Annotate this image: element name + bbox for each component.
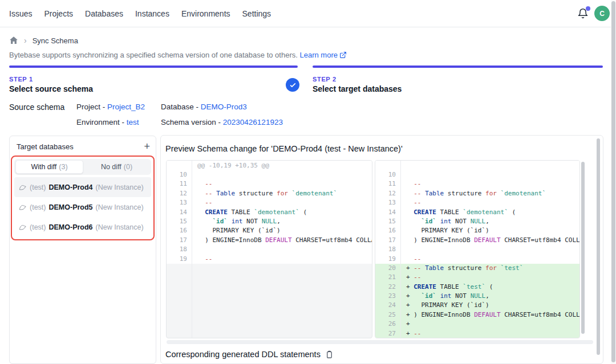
diff-line: 18	[375, 245, 579, 254]
line-number: 13	[375, 198, 400, 207]
source-environment-field: Environment - test	[76, 118, 139, 126]
project-link[interactable]: Project_B2	[107, 103, 145, 111]
line-number: 19	[167, 255, 192, 264]
nav-environments[interactable]: Environments	[181, 9, 230, 18]
target-databases-panel: Target databases + With diff (3) No diff…	[9, 136, 156, 364]
diff-line: 10	[375, 170, 579, 179]
line-number: 23	[375, 292, 400, 301]
line-number: 10	[167, 170, 192, 179]
diff-line: 18	[167, 245, 372, 254]
diff-line: 11 --	[167, 179, 372, 189]
line-number: 12	[375, 189, 400, 198]
tab-no-diff[interactable]: No diff (0)	[83, 160, 150, 174]
target-db-item-demo-prod4[interactable]: (test) DEMO-Prod4 (New Instance)	[14, 177, 151, 197]
diff-line: 24+ PRIMARY KEY (`id`)	[375, 301, 579, 310]
line-number: 24	[375, 301, 400, 310]
line-number: 18	[375, 245, 400, 254]
line-number: 15	[167, 217, 192, 226]
diff-line: 12 -- Table structure for `demotenant`	[167, 189, 372, 198]
add-target-database-button[interactable]: +	[144, 142, 150, 151]
diff-line: 11 --	[375, 179, 579, 189]
breadcrumb-chevron-icon: ›	[24, 36, 27, 45]
diff-line: 14 CREATE TABLE `demotenant` (	[375, 208, 579, 217]
tab-with-diff[interactable]: With diff (3)	[15, 160, 83, 174]
ddl-section-title: Corresponding generated DDL statements	[165, 350, 334, 359]
step2-label[interactable]: Select target databases	[313, 84, 402, 93]
target-list-highlight-box: With diff (3) No diff (0) (test) DEMO-Pr…	[11, 156, 155, 240]
avatar[interactable]: C	[594, 6, 610, 21]
diff-line: 16 PRIMARY KEY (`id`)	[375, 226, 579, 235]
nav-projects[interactable]: Projects	[44, 9, 73, 18]
diff-filter-tabs: With diff (3) No diff (0)	[14, 159, 151, 175]
database-label: Database -	[161, 103, 201, 111]
db-note: (New Instance)	[96, 183, 144, 191]
diff-horizontal-scrollbar[interactable]	[167, 340, 593, 344]
schema-version-link[interactable]: 20230426121923	[223, 118, 283, 126]
diff-hunk-header: @@ -10,19 +10,35 @@	[167, 161, 372, 170]
database-link[interactable]: DEMO-Prod3	[201, 103, 247, 111]
external-link-icon[interactable]	[339, 51, 347, 60]
diff-line: 20+ -- Table structure for `test`	[375, 264, 579, 273]
line-number: 17	[375, 236, 400, 245]
nav-issues[interactable]: Issues	[9, 9, 32, 18]
top-navbar: Issues Projects Databases Instances Envi…	[0, 0, 616, 27]
learn-more-link[interactable]: Learn more	[299, 51, 337, 59]
line-number: 25	[375, 310, 400, 320]
db-name: DEMO-Prod5	[48, 203, 92, 211]
line-number: 22	[375, 283, 400, 292]
diff-line: 10	[167, 170, 372, 179]
diff-line: 12 -- Table structure for `demotenant`	[375, 189, 579, 198]
diff-line: 26+	[375, 320, 579, 329]
nav-settings[interactable]: Settings	[242, 9, 271, 18]
line-number: 14	[375, 208, 400, 217]
project-label: Project -	[76, 103, 107, 111]
diff-line: 15 `id` int NOT NULL,	[375, 217, 579, 226]
diff-line: 22+ CREATE TABLE `test` (	[375, 283, 579, 292]
target-db-item-demo-prod5[interactable]: (test) DEMO-Prod5 (New Instance)	[14, 197, 151, 217]
diff-line: 17 ) ENGINE=InnoDB DEFAULT CHARSET=utf8m…	[167, 236, 372, 245]
page-scrollbar[interactable]	[611, 1, 615, 362]
source-schema-version-field: Schema version - 20230426121923	[161, 118, 283, 126]
diff-pane-scrollbar[interactable]	[581, 162, 585, 334]
line-number: 11	[375, 179, 400, 189]
target-databases-title: Target databases	[17, 142, 74, 151]
db-name: DEMO-Prod4	[48, 183, 92, 191]
target-database-list: (test) DEMO-Prod4 (New Instance) (test) …	[14, 177, 151, 237]
db-env: (test)	[30, 203, 46, 211]
db-env: (test)	[30, 223, 46, 231]
mysql-icon	[19, 223, 27, 231]
diff-line: 15 `id` int NOT NULL,	[167, 217, 372, 226]
copy-ddl-icon[interactable]	[325, 350, 334, 359]
intro-description: Bytebase supports synchronizing a specif…	[9, 51, 298, 59]
nav-instances[interactable]: Instances	[135, 9, 169, 18]
sync-schema-page: Issues Projects Databases Instances Envi…	[0, 0, 616, 364]
source-project-field: Project - Project_B2	[76, 103, 145, 111]
target-db-item-demo-prod6[interactable]: (test) DEMO-Prod6 (New Instance)	[14, 217, 151, 237]
diff-line: 27+ --	[375, 329, 579, 338]
diff-hunk-header	[375, 161, 579, 170]
diff-line: 19 --	[167, 255, 372, 264]
db-note: (New Instance)	[96, 223, 144, 231]
source-schema-label: Source schema	[9, 103, 64, 112]
environment-link[interactable]: test	[127, 118, 139, 126]
preview-card-scrollbar[interactable]	[597, 138, 600, 355]
notification-dot	[586, 6, 590, 11]
diff-line: 23+ `id` int NOT NULL,	[375, 292, 579, 301]
line-number: 16	[167, 226, 192, 235]
db-name: DEMO-Prod6	[48, 223, 92, 231]
diff-line: 19 --	[375, 255, 579, 264]
notification-bell-icon[interactable]	[577, 8, 589, 19]
step1-eyebrow: STEP 1	[9, 76, 33, 83]
db-note: (New Instance)	[96, 203, 144, 211]
schema-preview-card: Preview Schema change for 'DEMO-Prod4 (t…	[160, 135, 603, 364]
line-number: 17	[167, 236, 192, 245]
main-nav: Issues Projects Databases Instances Envi…	[9, 0, 271, 27]
tab-with-diff-count: (3)	[59, 163, 67, 171]
home-icon[interactable]	[9, 36, 18, 45]
breadcrumb: › Sync Schema	[9, 36, 78, 45]
diff-line: 17 ) ENGINE=InnoDB DEFAULT CHARSET=utf8m…	[375, 236, 579, 245]
step1-label[interactable]: Select source schema	[9, 84, 93, 93]
line-number: 11	[167, 179, 192, 189]
diff-line: 13 --	[167, 198, 372, 207]
nav-databases[interactable]: Databases	[85, 9, 123, 18]
